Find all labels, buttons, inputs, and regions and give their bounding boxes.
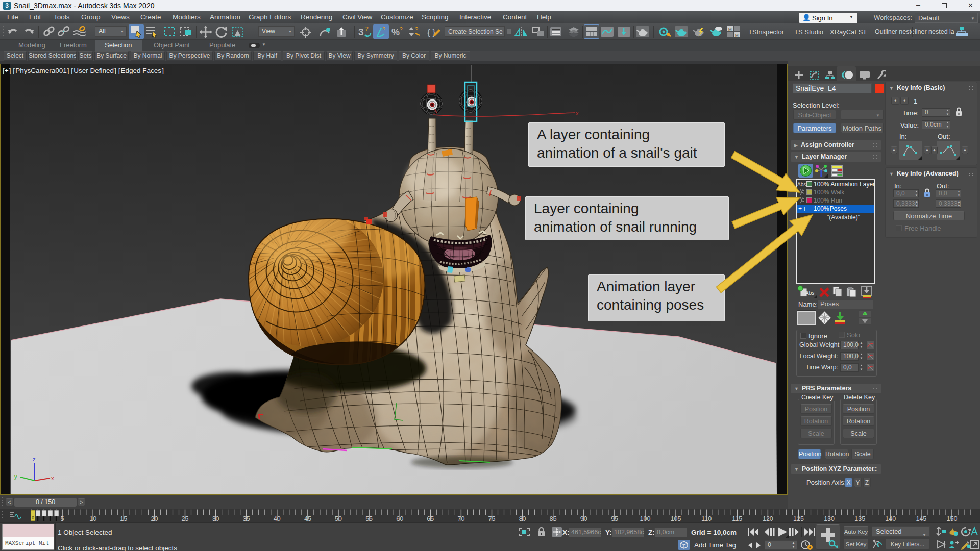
svg-text:%: %	[391, 27, 400, 37]
svg-text:25: 25	[182, 515, 189, 522]
svg-text:100: 100	[640, 515, 651, 522]
svg-text:45: 45	[304, 515, 311, 522]
svg-text:?: ?	[415, 26, 418, 32]
svg-text:40: 40	[274, 515, 281, 522]
svg-text:15: 15	[120, 515, 127, 522]
svg-text:x: x	[576, 110, 579, 116]
svg-text:130: 130	[824, 515, 835, 522]
svg-text:80: 80	[519, 515, 526, 522]
svg-text:95: 95	[611, 515, 618, 522]
svg-text:Abs: Abs	[805, 290, 814, 296]
svg-text:y: y	[14, 473, 17, 480]
svg-text:10: 10	[89, 515, 96, 522]
svg-text:30: 30	[212, 515, 219, 522]
svg-text:5: 5	[61, 515, 64, 522]
svg-text:120: 120	[763, 515, 773, 522]
svg-text:125: 125	[793, 515, 804, 522]
svg-text:140: 140	[885, 515, 896, 522]
svg-text:60: 60	[396, 515, 403, 522]
svg-text:?: ?	[365, 26, 369, 32]
svg-text:?: ?	[400, 27, 403, 32]
svg-text:90: 90	[580, 515, 587, 522]
svg-text:110: 110	[701, 515, 712, 522]
svg-text:0: 0	[32, 515, 34, 520]
svg-text:150: 150	[947, 515, 958, 522]
svg-text:105: 105	[671, 515, 681, 522]
svg-text:145: 145	[916, 515, 926, 522]
svg-text:?: ?	[382, 27, 385, 32]
svg-text:35: 35	[243, 515, 250, 522]
svg-text:20: 20	[151, 515, 158, 522]
svg-text:55: 55	[365, 515, 373, 522]
svg-text:M: M	[735, 33, 739, 38]
svg-text:M: M	[728, 27, 732, 32]
svg-text:1: 1	[864, 312, 866, 316]
svg-text:75: 75	[488, 515, 496, 522]
svg-text:135: 135	[854, 515, 865, 522]
svg-text:x: x	[51, 475, 54, 481]
svg-text:85: 85	[550, 515, 557, 522]
svg-text:70: 70	[457, 515, 464, 522]
svg-text:65: 65	[427, 515, 434, 522]
svg-text:115: 115	[732, 515, 742, 522]
svg-text:z: z	[33, 456, 36, 462]
svg-text:50: 50	[335, 515, 342, 522]
svg-text:3: 3	[358, 27, 364, 37]
